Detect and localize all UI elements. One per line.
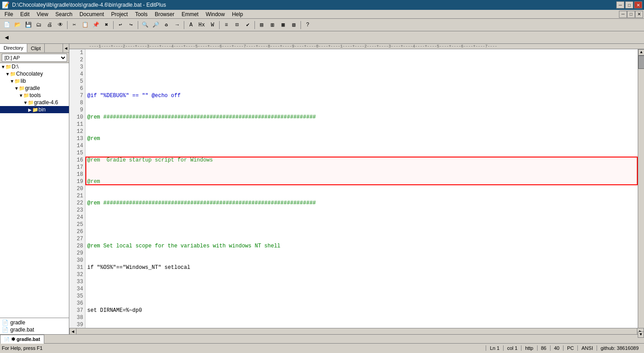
line-num-22: 22 — [71, 200, 83, 207]
save-all-button[interactable]: 🗂 — [34, 20, 44, 30]
line-num-20: 20 — [71, 185, 83, 192]
line-num-38: 38 — [71, 314, 83, 321]
expander-gradle[interactable]: ▼ — [14, 86, 19, 91]
line-num-15: 15 — [71, 149, 83, 157]
tree-item-tools[interactable]: ▼ 📁 tools — [0, 92, 69, 99]
expander-d[interactable]: ▼ — [1, 64, 5, 69]
open-button[interactable]: 📂 — [13, 20, 22, 30]
status-right: Ln 1 col 1 http 86 40 PC ANSI github: 38… — [486, 345, 642, 351]
replace-button[interactable]: ♻ — [161, 20, 171, 30]
view4-button[interactable]: ▧ — [289, 20, 299, 30]
copy-button[interactable]: 📋 — [80, 20, 90, 30]
h-scroll-track[interactable] — [76, 328, 637, 335]
menu-emmet[interactable]: Emmet — [178, 10, 202, 18]
menu-help[interactable]: Help — [229, 10, 247, 18]
line-num-13: 13 — [71, 135, 83, 142]
scroll-up-button[interactable]: ▲ — [638, 49, 644, 55]
tab-gradlebat[interactable]: 📄 ✱ gradle.bat — [0, 335, 44, 344]
status-code-text: http — [525, 345, 533, 351]
tree-label-chocolatey: Chocolatey — [16, 71, 43, 77]
ruler: ----1----+----2----+----3----+----4----+… — [69, 44, 644, 49]
file-icon-gradle: 📄 — [2, 319, 8, 326]
code-line-5: @rem — [87, 178, 636, 185]
line-num-28: 28 — [71, 242, 83, 250]
menu-window[interactable]: Window — [202, 10, 229, 18]
minimize-button[interactable]: ─ — [616, 1, 624, 9]
new-button[interactable]: 📄 — [2, 20, 12, 30]
scroll-thumb[interactable] — [638, 55, 644, 69]
code-line-2: @rem ###################################… — [87, 114, 636, 121]
clip-tab[interactable]: Clipt — [27, 44, 45, 52]
save-button[interactable]: 💾 — [23, 20, 33, 30]
panel-arrow[interactable]: ◀ — [63, 44, 69, 53]
code-line-10 — [87, 285, 636, 293]
cut-button[interactable]: ✂ — [69, 20, 79, 30]
tree-item-bin[interactable]: ▶ 📁 bin — [0, 106, 69, 113]
line-num-23: 23 — [71, 207, 83, 214]
wordwrap-button[interactable]: W — [208, 20, 217, 30]
delete-button[interactable]: ✖ — [102, 20, 111, 30]
vertical-scrollbar[interactable]: ▲ ▼ — [638, 49, 644, 328]
find-next-button[interactable]: 🔎 — [151, 20, 161, 30]
code-line-4: @rem Gradle startup script for Windows — [87, 157, 636, 164]
left-panel: Directory Clipt ◀ [D:] AP ▼ 📁 D:\ ▼ 📁 Ch… — [0, 44, 69, 334]
preview-button[interactable]: 👁 — [55, 20, 65, 30]
help-button[interactable]: ? — [303, 20, 313, 30]
menu-project[interactable]: Project — [108, 10, 131, 18]
tree-item-lib[interactable]: ▼ 📁 lib — [0, 77, 69, 85]
tree-item-gradle46[interactable]: ▼ 📁 gradle-4.6 — [0, 99, 69, 106]
expander-gradle46[interactable]: ▼ — [23, 100, 28, 105]
undo-button[interactable]: ↩ — [115, 20, 125, 30]
expander-bin[interactable]: ▶ — [28, 107, 32, 112]
menu-document[interactable]: Document — [76, 10, 108, 18]
sep4 — [184, 21, 184, 29]
menu-edit[interactable]: Edit — [17, 10, 33, 18]
folder-icon-chocolatey: 📁 — [10, 71, 16, 77]
inner-minimize-button[interactable]: ─ — [619, 11, 627, 18]
maximize-button[interactable]: □ — [625, 1, 633, 9]
tree-item-chocolatey[interactable]: ▼ 📁 Chocolatey — [0, 70, 69, 77]
menu-tools[interactable]: Tools — [131, 10, 151, 18]
view1-button[interactable]: ▤ — [257, 20, 267, 30]
menu-browser[interactable]: Browser — [151, 10, 178, 18]
file-item-gradle[interactable]: 📄 gradle — [2, 319, 67, 326]
line-num-36: 36 — [71, 300, 83, 307]
menu-view[interactable]: View — [33, 10, 52, 18]
code-content[interactable]: @if "%DEBUG%" == "" @echo off @rem #####… — [85, 49, 638, 328]
tree-item-gradle[interactable]: ▼ 📁 gradle — [0, 85, 69, 92]
paste-button[interactable]: 📌 — [91, 20, 101, 30]
status-bar: For Help, press F1 Ln 1 col 1 http 86 40… — [0, 343, 644, 352]
goto-button[interactable]: → — [172, 20, 182, 30]
arrow-left-btn[interactable]: ◀ — [2, 33, 12, 43]
files-area: 📄 gradle 📄 gradle.bat — [0, 318, 69, 334]
menu-search[interactable]: Search — [52, 10, 76, 18]
format-button[interactable]: A — [186, 20, 196, 30]
status-ln: Ln 1 — [486, 345, 503, 351]
file-item-gradlebat[interactable]: 📄 gradle.bat — [2, 326, 67, 333]
line-num-33: 33 — [71, 278, 83, 285]
ruler-text: ----1----+----2----+----3----+----4----+… — [89, 44, 497, 49]
expander-chocolatey[interactable]: ▼ — [5, 72, 10, 77]
expander-lib[interactable]: ▼ — [10, 79, 14, 84]
find-button[interactable]: 🔍 — [140, 20, 150, 30]
redo-button[interactable]: ↪ — [126, 20, 136, 30]
close-button[interactable]: ✕ — [634, 1, 642, 9]
hex-button[interactable]: Hx — [197, 20, 207, 30]
line-num-18: 18 — [71, 171, 83, 178]
expander-tools[interactable]: ▼ — [19, 93, 23, 98]
print-button[interactable]: 🖨 — [45, 20, 55, 30]
line-num-31: 31 — [71, 264, 83, 271]
panel-tabs: Directory Clipt ◀ — [0, 44, 69, 53]
view2-button[interactable]: ▥ — [267, 20, 277, 30]
inner-close-button[interactable]: ✕ — [635, 11, 643, 18]
drive-dropdown[interactable]: [D:] AP — [2, 54, 67, 62]
align-center-button[interactable]: ⊡ — [232, 20, 242, 30]
inner-maximize-button[interactable]: □ — [627, 11, 635, 18]
check-button[interactable]: ✔ — [243, 20, 253, 30]
scroll-left-button[interactable]: ◀ — [69, 328, 76, 335]
align-left-button[interactable]: ≡ — [221, 20, 231, 30]
view3-button[interactable]: ▦ — [278, 20, 288, 30]
tree-item-d[interactable]: ▼ 📁 D:\ — [0, 63, 69, 70]
directory-tab[interactable]: Directory — [0, 44, 27, 52]
menu-file[interactable]: File — [1, 10, 17, 18]
